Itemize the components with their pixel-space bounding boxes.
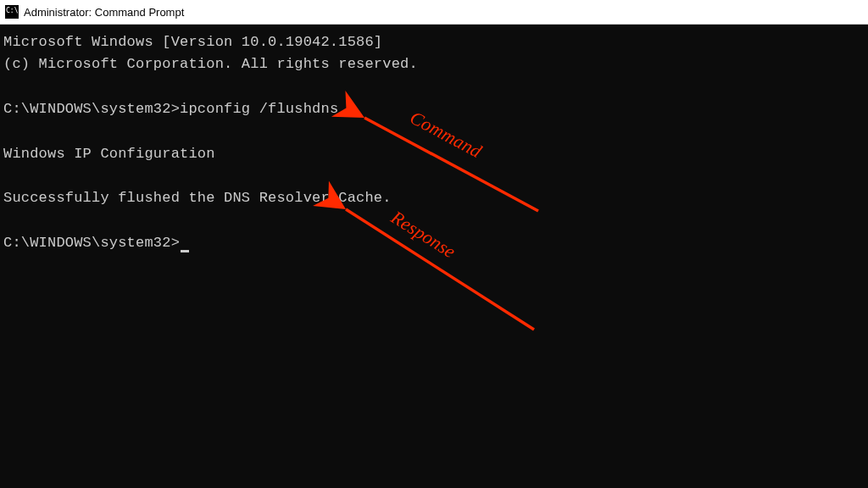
terminal-area[interactable]: Microsoft Windows [Version 10.0.19042.15…	[0, 25, 868, 488]
cursor	[181, 250, 189, 252]
prompt-1: C:\WINDOWS\system32>	[3, 101, 180, 117]
banner-line-2: (c) Microsoft Corporation. All rights re…	[3, 53, 865, 75]
cmd-window: Administrator: Command Prompt Microsoft …	[0, 0, 868, 488]
titlebar[interactable]: Administrator: Command Prompt	[0, 0, 868, 25]
window-title: Administrator: Command Prompt	[24, 6, 184, 19]
blank-line	[3, 210, 865, 232]
response-line: Successfully flushed the DNS Resolver Ca…	[3, 187, 865, 209]
command-line: C:\WINDOWS\system32>ipconfig /flushdns	[3, 98, 865, 120]
banner-line-1: Microsoft Windows [Version 10.0.19042.15…	[3, 31, 865, 53]
blank-line	[3, 76, 865, 98]
cmd-icon	[5, 5, 19, 19]
section-heading: Windows IP Configuration	[3, 143, 865, 165]
blank-line	[3, 165, 865, 187]
prompt-2: C:\WINDOWS\system32>	[3, 235, 180, 251]
entered-command: ipconfig /flushdns	[180, 101, 338, 117]
prompt-line-2: C:\WINDOWS\system32>	[3, 232, 865, 254]
blank-line	[3, 120, 865, 142]
